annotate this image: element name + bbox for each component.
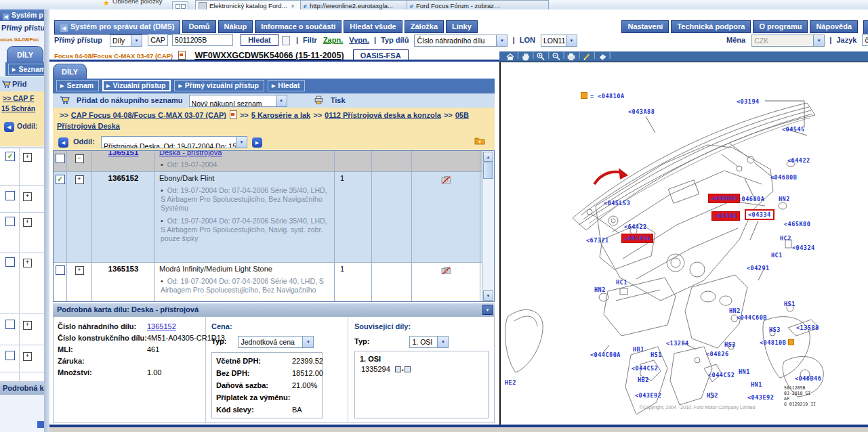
eraser-icon[interactable]: [598, 52, 607, 61]
expand-toggle-icon[interactable]: +: [75, 175, 84, 184]
copy-icon[interactable]: [282, 36, 290, 45]
part-callout[interactable]: <04810B: [760, 339, 794, 346]
row-checkbox[interactable]: [5, 351, 15, 360]
part-callout[interactable]: <044C52: [632, 365, 658, 372]
part-callout[interactable]: <045L53: [604, 200, 630, 207]
filter-on-link[interactable]: Zapn.: [323, 36, 343, 44]
part-callout[interactable]: <043E92: [635, 392, 661, 399]
view-tab-2[interactable]: ▶Vizuální přístup: [102, 80, 171, 91]
part-callout[interactable]: <04304: [711, 211, 740, 221]
row-checkbox[interactable]: [56, 265, 65, 275]
expand-toggle-icon[interactable]: +: [23, 218, 32, 227]
nav-item[interactable]: Informace o součásti: [255, 20, 342, 33]
part-callout[interactable]: <64422: [624, 223, 647, 230]
favorites-star-icon[interactable]: ★: [103, 0, 110, 7]
part-callout[interactable]: <465K00: [784, 221, 810, 228]
vehicle-doc-icon[interactable]: [178, 51, 186, 60]
nav-dms[interactable]: ◀Systém pro správu dat (DMS): [54, 20, 180, 35]
part-code-input[interactable]: 5011205B: [172, 34, 233, 46]
expand-toggle-icon[interactable]: +: [23, 259, 32, 267]
cap-field[interactable]: CAP: [148, 34, 168, 46]
view-tab-3[interactable]: ▶Přímý vizuální přístup: [174, 80, 264, 91]
expand-toggle-icon[interactable]: +: [23, 153, 32, 162]
nav-item[interactable]: Linky: [446, 20, 478, 33]
part-callout[interactable]: <64422: [787, 157, 810, 164]
add-to-list-label[interactable]: Přidat do nákupního seznamu: [77, 96, 182, 104]
zoom-out-icon[interactable]: [552, 52, 561, 61]
row-checkbox[interactable]: [56, 154, 65, 163]
utility-nav-item[interactable]: O programu: [753, 20, 808, 33]
part-callout[interactable]: HS3: [724, 341, 736, 348]
shopping-list-select[interactable]: Nový nákupní seznam▼: [189, 95, 287, 107]
filter-off-link[interactable]: Vypn.: [349, 36, 369, 44]
part-callout[interactable]: <045A36: [621, 234, 653, 243]
table-row[interactable]: ✓+1365152Ebony/Dark Flint•Od: 19-07-2004…: [54, 172, 494, 263]
part-callout[interactable]: <044C52: [708, 372, 735, 379]
related-type-select[interactable]: 1. OSI▼: [409, 336, 449, 348]
hand-icon[interactable]: [521, 52, 531, 61]
folder-up-icon[interactable]: [474, 136, 485, 145]
related-part-icons[interactable]: ‣: [395, 366, 411, 374]
table-row[interactable]: −1365151Deska - přístrojová•Od: 19-07-20…: [54, 151, 494, 172]
row-checkbox[interactable]: ✓: [5, 152, 15, 161]
doc-icon[interactable]: [230, 110, 237, 119]
part-callout[interactable]: <044C60B: [737, 314, 767, 321]
section-select[interactable]: Přístrojová Deska, Od: 19-07-2004 Do: 15…: [101, 136, 247, 148]
part-callout[interactable]: <044C60A: [590, 351, 621, 358]
nav-overflow-button[interactable]: [863, 20, 868, 35]
part-callout[interactable]: <04291: [747, 265, 770, 272]
utility-nav-item[interactable]: Technická podpora: [671, 20, 751, 33]
row-checkbox[interactable]: [5, 320, 15, 329]
part-callout[interactable]: HS1: [650, 351, 662, 358]
background-crumb-2[interactable]: 15 Schrán: [1, 104, 35, 112]
row-checkbox[interactable]: ✓: [56, 175, 65, 184]
browser-tab[interactable]: ehttp://ereonline2.eurotaxgla...: [300, 0, 410, 10]
scroll-down-button[interactable]: ▼: [483, 290, 493, 301]
part-callout[interactable]: HN1: [739, 368, 750, 375]
part-callout[interactable]: <03194: [737, 98, 760, 105]
expand-toggle-icon[interactable]: −: [75, 154, 84, 163]
scroll-up-button[interactable]: ▲: [483, 152, 493, 162]
price-type-select[interactable]: Jednotková cena▼: [238, 336, 314, 348]
view-tab-1[interactable]: ▶Seznam: [56, 80, 99, 91]
part-callout[interactable]: HS1: [784, 301, 795, 307]
row-checkbox[interactable]: [5, 191, 15, 200]
background-crumb-1[interactable]: >> CAP F: [3, 94, 35, 102]
utility-nav-item[interactable]: Nastavení: [621, 20, 669, 33]
view-tab-4[interactable]: ▶Hledat: [268, 80, 305, 91]
zoom-in-icon[interactable]: [536, 52, 545, 61]
part-callout[interactable]: <67321: [586, 237, 609, 244]
part-callout[interactable]: HS2: [707, 392, 718, 399]
browser-tab[interactable]: Elektronický katalog Ford...×: [195, 0, 304, 10]
collapse-button[interactable]: ▼: [482, 305, 493, 315]
breadcrumb-link[interactable]: 5 Karosérie a lak: [251, 111, 310, 119]
part-callout[interactable]: <04680A: [738, 196, 764, 202]
breadcrumb-link[interactable]: CAP Focus 04-08/Focus C-MAX 03-07 (CAP): [71, 111, 226, 119]
part-callout[interactable]: <04334: [745, 209, 774, 220]
background-prev-section-button[interactable]: ◀: [4, 122, 14, 132]
part-number-link[interactable]: 1365152: [147, 322, 176, 330]
scope-select[interactable]: Díly▼: [110, 35, 142, 47]
utility-nav-item[interactable]: Nápověda: [810, 20, 858, 33]
part-callout[interactable]: HN2: [779, 196, 790, 202]
table-row[interactable]: +1365153Modrá Infinity/Medium Light Ston…: [54, 263, 494, 302]
search-button[interactable]: Hledat: [241, 34, 278, 46]
part-callout[interactable]: HC1: [616, 279, 627, 286]
diagram-canvas[interactable]: = <04810A <03194<043A88<04545<64422<0468…: [499, 62, 868, 425]
print-icon[interactable]: [566, 52, 576, 61]
part-callout[interactable]: <04324: [792, 244, 815, 251]
part-callout[interactable]: <043E92: [747, 394, 774, 401]
favorites-label[interactable]: Oblíbené položky: [112, 0, 162, 5]
print-label[interactable]: Tisk: [331, 96, 346, 104]
related-part-number[interactable]: 1335294: [361, 365, 390, 373]
part-number[interactable]: 1365151: [94, 151, 153, 156]
part-callout[interactable]: <13284: [666, 340, 689, 347]
pencil-icon[interactable]: [582, 52, 592, 61]
part-callout[interactable]: HB1: [633, 346, 644, 353]
nav-item[interactable]: Domů: [182, 20, 215, 33]
part-callout[interactable]: HN1: [751, 381, 762, 388]
lon-select[interactable]: LON11▼: [541, 35, 577, 47]
nav-item[interactable]: Hledat všude: [344, 20, 402, 33]
next-section-button[interactable]: ▶: [252, 137, 262, 148]
table-scrollbar[interactable]: ▲ ▼: [482, 151, 494, 301]
